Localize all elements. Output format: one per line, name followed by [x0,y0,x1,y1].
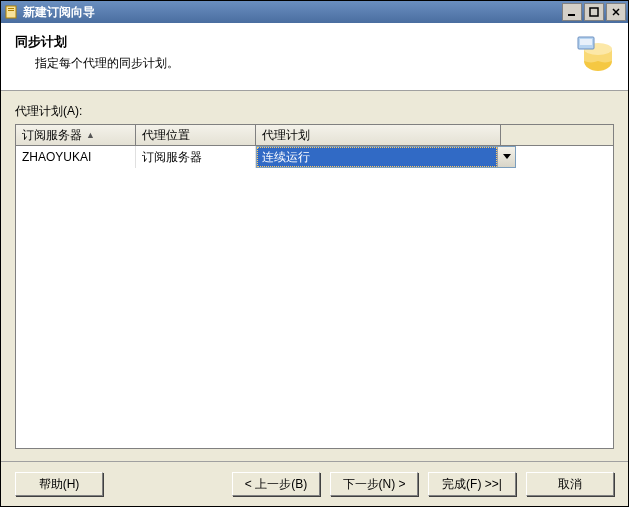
header-text: 同步计划 指定每个代理的同步计划。 [15,33,572,72]
grid-body: ZHAOYUKAI 订阅服务器 连续运行 [16,146,613,448]
column-header-server[interactable]: 订阅服务器 ▲ [16,125,136,145]
wizard-footer: 帮助(H) < 上一步(B) 下一步(N) > 完成(F) >>| 取消 [1,461,628,506]
grid-header: 订阅服务器 ▲ 代理位置 代理计划 [16,125,613,146]
cell-location: 订阅服务器 [136,146,256,168]
sort-asc-icon: ▲ [86,130,95,140]
svg-rect-1 [8,8,14,9]
titlebar: 新建订阅向导 [1,1,628,23]
titlebar-title: 新建订阅向导 [23,4,562,21]
grid-label: 代理计划(A): [15,103,614,120]
schedule-value: 连续运行 [257,147,497,167]
close-button[interactable] [606,3,626,21]
column-header-location[interactable]: 代理位置 [136,125,256,145]
svg-rect-3 [568,14,575,16]
cell-server: ZHAOYUKAI [16,146,136,168]
page-title: 同步计划 [15,33,572,51]
agent-schedule-grid: 订阅服务器 ▲ 代理位置 代理计划 ZHAOYUKAI 订阅服务器 连续运行 [15,124,614,449]
column-header-server-text: 订阅服务器 [22,127,82,144]
table-row[interactable]: ZHAOYUKAI 订阅服务器 连续运行 [16,146,613,168]
svg-rect-4 [590,8,598,16]
back-button[interactable]: < 上一步(B) [232,472,320,496]
wizard-header: 同步计划 指定每个代理的同步计划。 [1,23,628,91]
cancel-button[interactable]: 取消 [526,472,614,496]
nav-button-group: < 上一步(B) 下一步(N) > 完成(F) >>| 取消 [232,472,614,496]
svg-marker-11 [503,154,511,159]
maximize-button[interactable] [584,3,604,21]
chevron-down-icon [503,154,511,160]
window-controls [562,3,626,21]
dropdown-button[interactable] [497,147,515,167]
sync-icon [572,31,614,73]
help-button[interactable]: 帮助(H) [15,472,103,496]
schedule-dropdown[interactable]: 连续运行 [256,146,516,168]
cell-schedule[interactable]: 连续运行 [256,146,516,168]
finish-button[interactable]: 完成(F) >>| [428,472,516,496]
column-header-schedule[interactable]: 代理计划 [256,125,501,145]
minimize-button[interactable] [562,3,582,21]
svg-rect-0 [6,6,16,18]
next-button[interactable]: 下一步(N) > [330,472,418,496]
page-subtitle: 指定每个代理的同步计划。 [35,55,572,72]
wizard-icon [3,4,19,20]
svg-rect-2 [8,10,14,11]
svg-rect-10 [580,39,592,45]
wizard-window: 新建订阅向导 同步计划 指定每个代理的同步计划。 代理计划(A): 订阅服务器 … [0,0,629,507]
content-area: 代理计划(A): 订阅服务器 ▲ 代理位置 代理计划 ZHAOYUKAI 订阅服… [1,91,628,461]
